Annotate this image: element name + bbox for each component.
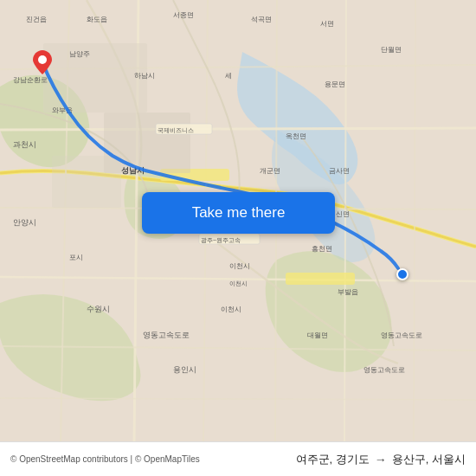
svg-text:용문면: 용문면	[325, 80, 345, 88]
svg-rect-17	[52, 156, 121, 208]
svg-text:개군면: 개군면	[260, 167, 280, 175]
svg-text:옥천면: 옥천면	[286, 132, 306, 140]
svg-rect-15	[43, 43, 147, 113]
svg-text:영동고속도로: 영동고속도로	[363, 366, 405, 374]
route-origin: 여주군, 경기도	[296, 452, 370, 467]
map-container: 과천시 안양시 포시 수원시 영동고속도로 용인시 성남시 진건읍 화도읍 서종…	[0, 0, 476, 441]
svg-text:성남시: 성남시	[121, 166, 145, 175]
route-arrow: →	[375, 453, 387, 466]
svg-text:포시: 포시	[69, 254, 83, 261]
svg-line-8	[0, 128, 476, 130]
svg-text:단월면: 단월면	[381, 46, 402, 54]
footer: © OpenStreetMap contributors | © OpenMap…	[0, 441, 476, 476]
svg-text:부발읍: 부발읍	[338, 288, 358, 296]
svg-text:국제비즈니스: 국제비즈니스	[158, 127, 194, 134]
svg-rect-14	[286, 273, 355, 285]
svg-text:영동고속도로: 영동고속도로	[381, 331, 422, 339]
svg-text:하남시: 하남시	[134, 72, 155, 80]
take-me-there-button[interactable]: Take me there	[142, 192, 335, 234]
svg-text:광주~원주고속: 광주~원주고속	[201, 237, 241, 244]
origin-marker	[33, 50, 52, 74]
svg-text:용인시: 용인시	[173, 365, 196, 374]
svg-text:대월면: 대월면	[307, 331, 328, 339]
svg-text:이천시: 이천시	[221, 306, 241, 313]
route-destination: 용산구, 서울시	[392, 452, 466, 467]
map-attribution: © OpenStreetMap contributors | © OpenMap…	[10, 454, 200, 464]
svg-text:수원시: 수원시	[87, 305, 110, 313]
svg-text:남양주: 남양주	[69, 50, 90, 58]
svg-text:이천시: 이천시	[229, 280, 248, 286]
svg-text:화도읍: 화도읍	[87, 16, 107, 23]
svg-text:와부읍: 와부읍	[52, 106, 73, 114]
svg-text:서종면: 서종면	[173, 11, 194, 19]
svg-text:석곡면: 석곡면	[251, 16, 272, 23]
svg-text:서면: 서면	[320, 20, 334, 28]
svg-text:영동고속도로: 영동고속도로	[143, 331, 190, 339]
svg-text:진건읍: 진건읍	[26, 16, 47, 23]
route-info: 여주군, 경기도 → 용산구, 서울시	[296, 452, 466, 467]
svg-text:이천시: 이천시	[229, 262, 250, 270]
svg-point-53	[38, 55, 47, 64]
svg-text:과천시: 과천시	[13, 140, 36, 149]
svg-text:흥천면: 흥천면	[312, 245, 332, 253]
svg-text:금사면: 금사면	[329, 167, 350, 175]
svg-text:안양시: 안양시	[13, 218, 36, 227]
svg-text:강남순환로: 강남순환로	[13, 76, 48, 84]
destination-marker	[396, 268, 408, 280]
svg-text:세: 세	[225, 72, 232, 80]
